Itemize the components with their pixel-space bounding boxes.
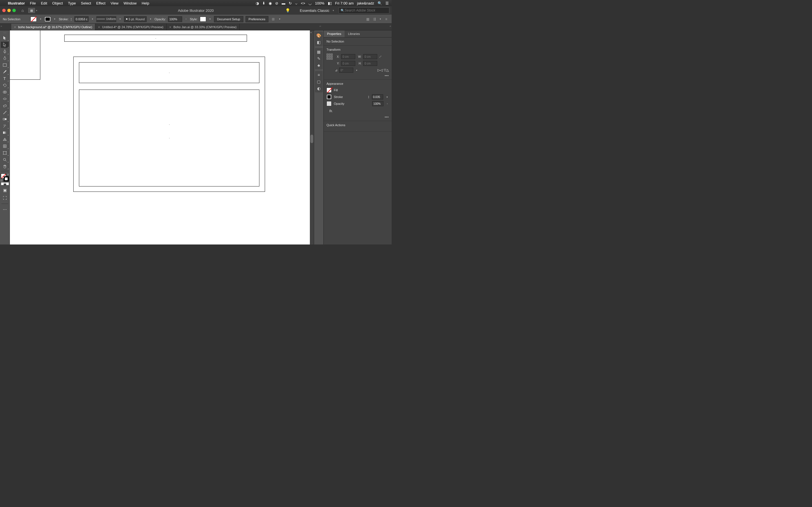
color-mode-none[interactable] [6,182,9,185]
edit-dropdown[interactable]: ▾ [380,18,381,20]
menu-help[interactable]: Help [142,1,149,5]
stroke-profile[interactable]: Uniform [96,16,116,22]
fill-stroke-control[interactable]: ⤱ ◱ [1,173,9,181]
brush-dropdown[interactable]: ▾ [150,18,151,20]
appearance-more[interactable]: ••• [326,115,389,119]
discover-button[interactable]: 💡 [285,8,290,13]
default-fill-stroke-icon[interactable]: ◱ [1,179,3,182]
tab-libraries[interactable]: Libraries [345,31,363,37]
clock[interactable]: Fri 7:00 am [335,1,354,5]
spotlight-icon[interactable]: 🔍 [377,1,382,5]
transform-more[interactable]: ••• [326,74,389,77]
stock-search[interactable]: 🔍 [339,7,389,13]
paintbrush-tool[interactable] [1,69,9,75]
menu-type[interactable]: Type [68,1,76,5]
status-icon-3[interactable]: ⊘ [275,1,278,5]
stock-search-input[interactable] [345,8,387,12]
appearance-fill-swatch[interactable] [326,88,332,93]
display-icon[interactable]: ▬ [282,1,285,5]
h-input[interactable]: 0 cm [363,61,377,66]
window-minimize[interactable] [7,9,11,12]
edit-toolbar-button[interactable]: ⋯ [1,207,9,213]
perspective-tool[interactable] [1,136,9,143]
color-guide-panel-icon[interactable]: ◧ [315,39,322,45]
scrollbar-thumb[interactable] [310,135,313,143]
stroke-panel-icon[interactable]: ≡ [315,72,322,78]
window-maximize[interactable] [12,9,16,12]
edit-button[interactable]: ⇶ [372,17,377,22]
window-close[interactable] [2,9,6,12]
canvas-rectangle-2[interactable] [79,62,259,83]
hand-tool[interactable] [1,163,9,170]
stroke-dropdown[interactable]: ▾ [54,18,55,20]
symbol-sprayer-tool[interactable] [1,123,9,129]
vertical-scrollbar[interactable]: ▴ [310,31,314,244]
rotate-tool[interactable] [1,82,9,89]
appearance-opacity-swatch[interactable] [326,101,332,106]
panel-menu-icon[interactable]: ≡ [384,17,389,22]
close-tab-icon[interactable]: × [98,25,100,29]
stroke-weight-input[interactable] [74,16,89,22]
artboard-tool[interactable] [1,150,9,156]
opacity-input[interactable] [168,16,182,22]
brush-definition[interactable]: 5 pt. Round [124,16,147,22]
selection-tool[interactable] [1,35,9,41]
appearance-opacity-dropdown[interactable]: › [387,103,388,105]
canvas-rectangle-1[interactable] [64,35,247,42]
control-bar-handle[interactable]: :: [1,15,2,17]
symbols-panel-icon[interactable]: ♣ [315,62,322,68]
fill-dropdown[interactable]: ▾ [40,18,41,20]
width-tool[interactable] [1,96,9,102]
eraser-tool[interactable] [1,103,9,109]
menu-edit[interactable]: Edit [41,1,47,5]
dropbox-icon[interactable]: ⬇ [262,1,265,5]
tab-properties[interactable]: Properties [324,31,345,37]
rotate-input[interactable]: 0° [339,68,353,73]
menu-effect[interactable]: Effect [96,1,105,5]
zoom-tool[interactable] [1,157,9,163]
w-input[interactable]: 0 cm [363,54,377,59]
color-mode-color[interactable] [1,182,4,185]
color-panel-icon[interactable]: 🎨 [315,33,322,39]
stroke-box[interactable] [4,176,9,181]
isolate-button[interactable]: ▦ [365,17,370,22]
artboard-partial[interactable] [10,31,40,80]
document-tab-2[interactable]: × Untitled-4* @ 24.78% (CMYK/GPU Preview… [95,24,167,30]
screen-mode-button[interactable]: ⛶ [1,195,9,201]
swap-fill-stroke-icon[interactable]: ⤱ [7,173,9,176]
rotate-dropdown[interactable]: ▾ [356,69,357,71]
arrange-documents-dropdown[interactable]: ▾ [36,9,37,12]
menu-window[interactable]: Window [123,1,137,5]
canvas[interactable]: ▴ [10,31,314,244]
wifi-icon[interactable]: ◡ [308,1,312,5]
blend-tool[interactable] [1,116,9,122]
type-tool[interactable]: T [1,75,9,82]
document-setup-button[interactable]: Document Setup [214,16,243,22]
style-dropdown[interactable]: ▾ [209,18,211,20]
app-menu[interactable]: Illustrator [8,1,25,5]
rectangle-tool[interactable] [1,62,9,68]
flip-horizontal-button[interactable]: ▷◁ [377,68,383,73]
stroke-stepper[interactable]: ▴▾ [71,17,71,21]
reference-point[interactable] [326,54,333,60]
menu-file[interactable]: File [30,1,36,5]
align-to-button[interactable]: ⊞ [271,17,276,22]
curvature-tool[interactable] [1,55,9,61]
fill-swatch[interactable] [31,17,37,22]
draw-mode-button[interactable]: ▣ [1,187,9,193]
menu-icon[interactable]: ☰ [386,1,389,5]
fx-button[interactable]: fx. [326,108,389,114]
link-wh-icon[interactable]: ⤢ [379,55,385,59]
close-tab-icon[interactable]: × [169,25,171,29]
user-name[interactable]: jake&nadz [357,1,374,5]
battery-icon[interactable]: ▮▯ [328,1,332,5]
menu-view[interactable]: View [110,1,118,5]
stroke-weight-dropdown[interactable]: ▾ [92,18,93,20]
code-icon[interactable]: <> [301,1,305,5]
appearance-stroke-dropdown[interactable]: ▾ [387,96,388,98]
status-icon-1[interactable]: ◑ [256,1,259,5]
stroke-profile-dropdown[interactable]: ▾ [119,18,121,20]
collapse-dock[interactable]: ‹‹ [319,25,321,27]
shape-builder-tool[interactable] [1,89,9,95]
stroke-swatch[interactable] [45,17,51,22]
